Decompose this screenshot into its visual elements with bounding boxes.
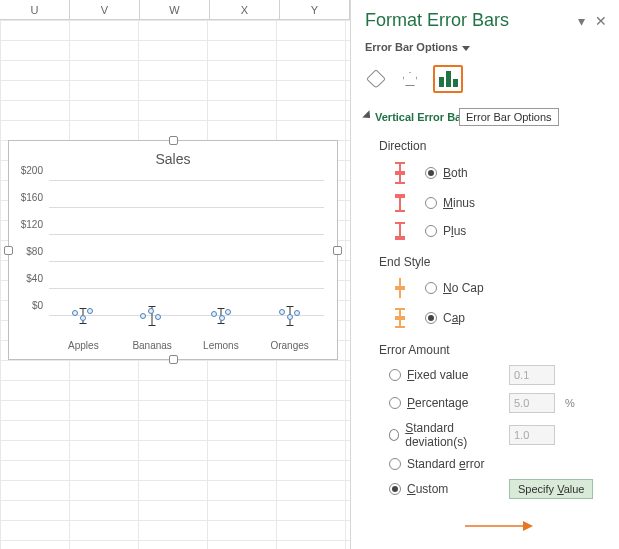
col-V[interactable]: V: [70, 0, 140, 19]
direction-plus-radio[interactable]: Plus: [425, 224, 605, 238]
direction-label: Direction: [351, 129, 619, 157]
tooltip: Error Bar Options: [459, 108, 559, 126]
fill-line-icon[interactable]: [365, 68, 387, 90]
svg-marker-1: [523, 521, 533, 531]
end-style-label: End Style: [351, 245, 619, 273]
embedded-chart[interactable]: Sales $0 $40 $80 $120 $160 $200 Apples: [8, 140, 338, 360]
cap-icon: [399, 308, 401, 328]
direction-minus-radio[interactable]: Minus: [425, 196, 605, 210]
format-error-bars-pane: Format Error Bars ▾ ✕ Error Bar Options …: [350, 0, 619, 549]
xtick: Apples: [49, 340, 118, 351]
y-axis: $0 $40 $80 $120 $160 $200: [9, 181, 47, 316]
stddev-value-input[interactable]: 1.0: [509, 425, 555, 445]
minus-icon: [399, 194, 401, 212]
xtick: Oranges: [255, 340, 324, 351]
resize-handle-top[interactable]: [169, 136, 178, 145]
col-Y[interactable]: Y: [280, 0, 350, 19]
amount-custom-radio[interactable]: Custom: [389, 482, 499, 496]
amount-fixed-radio[interactable]: Fixed value: [389, 368, 499, 382]
ytick: $200: [21, 165, 43, 176]
resize-handle-right[interactable]: [333, 246, 342, 255]
chart-title[interactable]: Sales: [9, 151, 337, 167]
plus-icon: [399, 222, 401, 240]
amount-stddev-radio[interactable]: Standard deviation(s): [389, 421, 499, 449]
col-X[interactable]: X: [210, 0, 280, 19]
percent-sign: %: [565, 397, 575, 409]
plot-area[interactable]: [49, 181, 324, 341]
specify-value-button[interactable]: Specify Value: [509, 479, 593, 499]
bars: [49, 181, 324, 316]
bar-options-icon[interactable]: [433, 65, 463, 93]
ytick: $120: [21, 219, 43, 230]
error-amount-label: Error Amount: [351, 333, 619, 361]
column-headers: U V W X Y: [0, 0, 350, 20]
ytick: $40: [26, 273, 43, 284]
close-icon[interactable]: ✕: [595, 13, 607, 29]
effects-icon[interactable]: [399, 68, 421, 90]
percentage-value-input[interactable]: 5.0: [509, 393, 555, 413]
amount-stderr-radio[interactable]: Standard error: [389, 457, 499, 471]
col-W[interactable]: W: [140, 0, 210, 19]
ytick: $80: [26, 246, 43, 257]
both-icon: [399, 162, 401, 184]
nocap-icon: [399, 278, 401, 298]
xtick: Lemons: [187, 340, 256, 351]
spreadsheet-area: U V W X Y Sales $0 $40 $80 $120 $160 $20…: [0, 0, 350, 549]
annotation-arrow: [465, 517, 535, 535]
direction-both-radio[interactable]: Both: [425, 166, 605, 180]
fixed-value-input[interactable]: 0.1: [509, 365, 555, 385]
ytick: $160: [21, 192, 43, 203]
ytick: $0: [32, 300, 43, 311]
xtick: Bananas: [118, 340, 187, 351]
endstyle-nocap-radio[interactable]: No Cap: [425, 281, 605, 295]
col-U[interactable]: U: [0, 0, 70, 19]
amount-percentage-radio[interactable]: Percentage: [389, 396, 499, 410]
pane-title: Format Error Bars: [365, 10, 509, 31]
resize-handle-bottom[interactable]: [169, 355, 178, 364]
error-bar-options-dropdown[interactable]: Error Bar Options: [351, 37, 619, 57]
endstyle-cap-radio[interactable]: Cap: [425, 311, 605, 325]
pane-dropdown-icon[interactable]: ▾: [578, 13, 585, 29]
x-axis: Apples Bananas Lemons Oranges: [49, 340, 324, 351]
